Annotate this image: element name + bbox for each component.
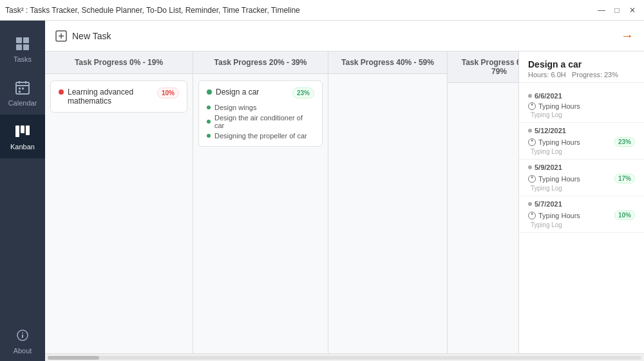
svg-rect-10	[19, 91, 21, 93]
task-subtasks: Design wings Design the air conditioner …	[207, 104, 314, 140]
scrollbar-thumb[interactable]	[48, 356, 99, 360]
sidebar-label-kanban: Kanban	[10, 143, 35, 151]
timeline-date-2: 5/12/2021	[528, 127, 635, 134]
typing-log-4: Typing Log	[531, 221, 635, 228]
svg-rect-2	[16, 44, 22, 50]
horizontal-scrollbar[interactable]	[45, 353, 644, 361]
typing-log-2: Typing Log	[531, 148, 635, 155]
clock-icon-2	[528, 138, 536, 146]
titlebar-title: Task² : Tasks Tracker, Schedule Planner,…	[5, 6, 300, 15]
kanban-column-1: Task Progress 0% - 19% Learning advanced…	[45, 51, 193, 353]
tasks-icon	[14, 35, 32, 53]
task-card-learning-math[interactable]: Learning advanced mathematics 10%	[50, 80, 187, 113]
date-label-1: 6/6/2021	[535, 92, 562, 100]
sidebar-label-tasks: Tasks	[14, 55, 32, 63]
col3-header: Task Progress 40% - 59%	[328, 51, 447, 74]
date-dot-2	[528, 129, 532, 133]
sidebar-item-calendar[interactable]: Calendar	[0, 71, 45, 115]
kanban-container: Task Progress 0% - 19% Learning advanced…	[45, 51, 644, 353]
task-card-design-header: Design a car 23%	[207, 88, 314, 98]
svg-rect-1	[23, 37, 29, 43]
timeline-entry-3: 5/9/2021 Typing Hours 17% Typing Log	[519, 160, 644, 196]
clock-icon-4	[528, 212, 536, 219]
subtask-label-2: Design the air conditioner of car	[214, 114, 314, 129]
kanban-column-4: Task Progress 60% - 79%	[448, 51, 518, 353]
scrollbar-track	[48, 356, 641, 360]
typing-log-3: Typing Log	[531, 185, 635, 192]
clock-icon-1	[528, 102, 536, 110]
typing-hours-4: Typing Hours	[528, 212, 580, 219]
timeline-entry-4: 5/7/2021 Typing Hours 10% Typing Log	[519, 196, 644, 233]
date-dot-3	[528, 165, 532, 169]
close-button[interactable]: ✕	[626, 4, 639, 17]
app-layout: Tasks Calendar	[0, 21, 644, 361]
typing-hours-2: Typing Hours	[528, 138, 580, 146]
task-card-design-car[interactable]: Design a car 23% Design wings	[198, 80, 323, 147]
subtask-dot-3	[207, 134, 211, 138]
timeline-entry-2: 5/12/2021 Typing Hours 23% Typing Log	[519, 123, 644, 160]
date-dot-1	[528, 94, 532, 98]
typing-hours-3: Typing Hours	[528, 175, 580, 183]
svg-rect-13	[26, 125, 30, 135]
svg-rect-3	[23, 44, 29, 50]
panel-hours: Hours: 6.0H	[528, 71, 566, 79]
typing-hours-text-1: Typing Hours	[538, 102, 580, 110]
new-task-icon	[55, 30, 67, 42]
svg-rect-12	[21, 125, 24, 133]
date-label-3: 5/9/2021	[535, 163, 562, 171]
clock-icon-3	[528, 175, 536, 183]
sidebar-item-kanban[interactable]: Kanban	[0, 115, 45, 158]
panel-progress: Progress: 23%	[572, 71, 618, 79]
maximize-button[interactable]: □	[611, 4, 623, 17]
new-task-label: New Task	[72, 31, 111, 41]
calendar-icon	[14, 79, 32, 97]
task-dot-red	[59, 89, 64, 95]
col3-body	[328, 74, 447, 353]
subtask-1: Design wings	[207, 104, 314, 111]
right-panel-title: Design a car	[528, 59, 635, 69]
main-content: New Task → Task Progress 0% - 19%	[45, 21, 644, 361]
progress-badge-3: 17%	[614, 174, 635, 183]
typing-log-1: Typing Log	[531, 111, 635, 118]
col1-header: Task Progress 0% - 19%	[45, 51, 193, 74]
typing-hours-text-3: Typing Hours	[538, 175, 580, 183]
svg-rect-0	[16, 37, 22, 43]
subtask-2: Design the air conditioner of car	[207, 114, 314, 129]
right-panel-body: 6/6/2021 Typing Hours Typing Log	[519, 83, 644, 353]
sidebar-item-about[interactable]: About	[0, 320, 45, 361]
progress-badge-4: 10%	[614, 210, 635, 220]
kanban-column-2: Task Progress 20% - 39% Design a car 23%	[193, 51, 328, 353]
timeline-date-4: 5/7/2021	[528, 200, 635, 208]
date-label-2: 5/12/2021	[535, 127, 566, 134]
col4-header: Task Progress 60% - 79%	[448, 51, 518, 83]
timeline-entry-1: 6/6/2021 Typing Hours Typing Log	[519, 88, 644, 123]
toolbar-arrow-button[interactable]: →	[621, 28, 634, 43]
timeline-row-1: Typing Hours	[528, 102, 635, 110]
subtask-dot-2	[207, 120, 211, 124]
right-panel-meta: Hours: 6.0H Progress: 23%	[528, 71, 635, 79]
minimize-button[interactable]: —	[595, 4, 608, 17]
subtask-dot-1	[207, 106, 211, 109]
kanban-icon	[14, 122, 32, 140]
typing-hours-text-4: Typing Hours	[538, 212, 580, 219]
sidebar-about-label: About	[14, 347, 32, 355]
kanban-columns: Task Progress 0% - 19% Learning advanced…	[45, 51, 518, 353]
progress-badge-2: 23%	[614, 137, 635, 147]
arrow-icon: →	[621, 28, 634, 43]
task-title-design: Design a car	[216, 88, 289, 97]
task-badge-math: 10%	[157, 88, 179, 98]
new-task-button[interactable]: New Task	[55, 30, 111, 42]
subtask-3: Designing the propeller of car	[207, 132, 314, 140]
about-icon	[14, 326, 32, 344]
timeline-row-2: Typing Hours 23%	[528, 137, 635, 147]
task-card-header: Learning advanced mathematics 10%	[59, 88, 179, 106]
sidebar-label-calendar: Calendar	[8, 99, 37, 107]
toolbar: New Task →	[45, 21, 644, 51]
subtask-label-3: Designing the propeller of car	[214, 132, 307, 140]
task-dot-green	[207, 89, 212, 95]
typing-hours-1: Typing Hours	[528, 102, 580, 110]
timeline-date-3: 5/9/2021	[528, 163, 635, 171]
timeline-row-4: Typing Hours 10%	[528, 210, 635, 220]
date-dot-4	[528, 202, 532, 206]
sidebar-item-tasks[interactable]: Tasks	[0, 27, 45, 71]
